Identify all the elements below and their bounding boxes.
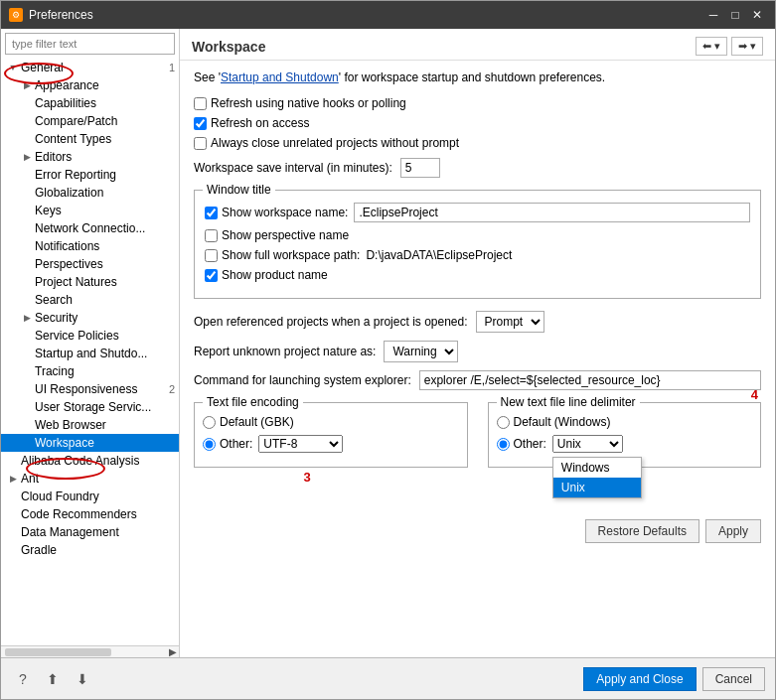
sidebar-item-code-recommenders[interactable]: Code Recommenders xyxy=(1,505,179,523)
main-title: Workspace xyxy=(192,39,265,55)
sidebar-item-search[interactable]: Search xyxy=(1,291,179,309)
sidebar-item-gradle[interactable]: Gradle xyxy=(1,541,179,559)
delimiter-default-label[interactable]: Default (Windows) xyxy=(497,415,611,429)
sidebar-label-service: Service Policies xyxy=(35,329,119,343)
always-close-label[interactable]: Always close unrelated projects without … xyxy=(194,136,459,150)
show-full-path-label[interactable]: Show full workspace path: xyxy=(205,248,360,262)
sidebar-item-tracing[interactable]: Tracing xyxy=(1,362,179,380)
sidebar-item-project-natures[interactable]: Project Natures xyxy=(1,273,179,291)
open-ref-projects-select[interactable]: Prompt Always Never xyxy=(476,311,544,333)
title-bar: ⚙ Preferences ─ □ ✕ xyxy=(1,1,775,29)
encoding-default-label[interactable]: Default (GBK) xyxy=(203,415,294,429)
export-button[interactable]: ⬆ xyxy=(41,667,65,691)
refresh-native-checkbox[interactable] xyxy=(194,97,207,110)
delimiter-default-radio[interactable] xyxy=(497,416,510,429)
show-full-path-text: Show full workspace path: xyxy=(222,248,360,262)
refresh-access-checkbox[interactable] xyxy=(194,117,207,130)
sidebar-label-gradle: Gradle xyxy=(21,543,57,557)
delimiter-other-row: Other: Unix Windows Windows Un xyxy=(497,435,753,453)
sidebar-item-startup[interactable]: Startup and Shutdo... xyxy=(1,345,179,362)
help-button[interactable]: ? xyxy=(11,667,35,691)
workspace-name-input[interactable] xyxy=(354,203,750,222)
show-product-name-checkbox[interactable] xyxy=(205,269,218,282)
window-title: Preferences xyxy=(29,8,93,22)
delimiter-other-select[interactable]: Unix Windows xyxy=(552,435,623,453)
sidebar-label-security: Security xyxy=(35,311,78,325)
show-workspace-name-checkbox[interactable] xyxy=(205,207,218,219)
minimize-button[interactable]: ─ xyxy=(703,6,723,24)
sidebar-item-notifications[interactable]: Notifications xyxy=(1,237,179,255)
sidebar-item-network[interactable]: Network Connectio... xyxy=(1,219,179,237)
scroll-arrow-right[interactable]: ▶ xyxy=(169,646,179,657)
sidebar-label-workspace: Workspace xyxy=(35,436,94,450)
encoding-other-row: Other: UTF-8 UTF-16 ISO-8859-1 GBK xyxy=(203,435,459,453)
sidebar-item-ui-responsiveness[interactable]: UI Responsiveness 2 xyxy=(1,380,179,398)
sidebar-item-compare-patch[interactable]: Compare/Patch xyxy=(1,112,179,130)
delimiter-other-label[interactable]: Other: xyxy=(497,437,546,451)
restore-defaults-button[interactable]: Restore Defaults xyxy=(585,519,699,543)
sidebar-item-service-policies[interactable]: Service Policies xyxy=(1,327,179,345)
sidebar-item-capabilities[interactable]: Capabilities xyxy=(1,94,179,112)
report-unknown-row: Report unknown project nature as: Warnin… xyxy=(194,341,761,362)
delimiter-default-row: Default (Windows) xyxy=(497,415,753,429)
title-bar-left: ⚙ Preferences xyxy=(9,8,93,22)
show-full-path-checkbox[interactable] xyxy=(205,249,218,262)
apply-close-button[interactable]: Apply and Close xyxy=(583,667,696,691)
close-button[interactable]: ✕ xyxy=(747,6,767,24)
sidebar-item-keys[interactable]: Keys xyxy=(1,202,179,219)
sidebar-item-editors[interactable]: ▶ Editors xyxy=(1,148,179,166)
forward-button[interactable]: ➡ ▾ xyxy=(731,37,763,56)
encoding-other-radio[interactable] xyxy=(203,438,216,451)
refresh-access-label[interactable]: Refresh on access xyxy=(194,116,309,130)
encoding-group-label: Text file encoding xyxy=(203,395,303,409)
show-perspective-label[interactable]: Show perspective name xyxy=(205,228,349,242)
maximize-button[interactable]: □ xyxy=(725,6,745,24)
refresh-native-label[interactable]: Refresh using native hooks or polling xyxy=(194,96,406,110)
sidebar-item-perspectives[interactable]: Perspectives xyxy=(1,255,179,273)
sidebar-label-compare: Compare/Patch xyxy=(35,114,117,128)
sidebar-item-error-reporting[interactable]: Error Reporting xyxy=(1,166,179,184)
sidebar-item-workspace[interactable]: Workspace xyxy=(1,434,179,452)
sidebar-item-appearance[interactable]: ▶ Appearance xyxy=(1,76,179,94)
show-product-name-label[interactable]: Show product name xyxy=(205,268,328,282)
save-interval-label: Workspace save interval (in minutes): xyxy=(194,161,392,175)
sidebar-item-globalization[interactable]: Globalization xyxy=(1,184,179,202)
cancel-button[interactable]: Cancel xyxy=(702,667,765,691)
dropdown-item-windows[interactable]: Windows xyxy=(553,458,641,478)
sidebar-label-content: Content Types xyxy=(35,132,111,146)
encoding-other-label[interactable]: Other: xyxy=(203,437,252,451)
report-unknown-select[interactable]: Warning Error Ignore xyxy=(384,341,458,362)
delimiter-other-radio[interactable] xyxy=(497,438,510,451)
encoding-default-radio[interactable] xyxy=(203,416,216,429)
sidebar-item-general[interactable]: ▼ General 1 xyxy=(1,59,179,76)
dropdown-item-unix[interactable]: Unix xyxy=(553,478,641,497)
encoding-other-select[interactable]: UTF-8 UTF-16 ISO-8859-1 GBK xyxy=(258,435,343,453)
sidebar-item-content-types[interactable]: Content Types xyxy=(1,130,179,148)
sidebar-item-user-storage[interactable]: User Storage Servic... xyxy=(1,398,179,416)
sidebar-scrollbar[interactable]: ▶ xyxy=(1,645,179,657)
show-product-name-row: Show product name xyxy=(205,268,750,282)
sidebar-item-web-browser[interactable]: Web Browser xyxy=(1,416,179,434)
filter-input[interactable] xyxy=(5,33,175,55)
startup-shutdown-link[interactable]: Startup and Shutdown xyxy=(221,70,339,84)
show-perspective-checkbox[interactable] xyxy=(205,229,218,242)
import-button[interactable]: ⬇ xyxy=(71,667,94,691)
always-close-checkbox[interactable] xyxy=(194,137,207,150)
show-perspective-text: Show perspective name xyxy=(222,228,349,242)
expand-icon-security: ▶ xyxy=(19,313,35,323)
command-explorer-input[interactable] xyxy=(419,370,761,390)
refresh-native-option: Refresh using native hooks or polling xyxy=(194,96,761,110)
back-button[interactable]: ⬅ ▾ xyxy=(696,37,727,56)
sidebar-item-security[interactable]: ▶ Security xyxy=(1,309,179,327)
command-explorer-label: Command for launching system explorer: xyxy=(194,373,411,387)
sidebar-label-proj: Project Natures xyxy=(35,275,117,289)
save-interval-input[interactable] xyxy=(400,158,440,178)
sidebar-label-editors: Editors xyxy=(35,150,72,164)
sidebar-item-cloud-foundry[interactable]: Cloud Foundry xyxy=(1,488,179,505)
sidebar-item-alibaba[interactable]: Alibaba Code Analysis xyxy=(1,452,179,470)
sidebar-item-data-management[interactable]: Data Management xyxy=(1,523,179,541)
show-workspace-name-label[interactable]: Show workspace name: xyxy=(205,206,348,219)
sidebar-item-ant[interactable]: ▶ Ant xyxy=(1,470,179,488)
apply-button-inline[interactable]: Apply xyxy=(705,519,761,543)
encoding-other-text: Other: xyxy=(220,437,252,451)
